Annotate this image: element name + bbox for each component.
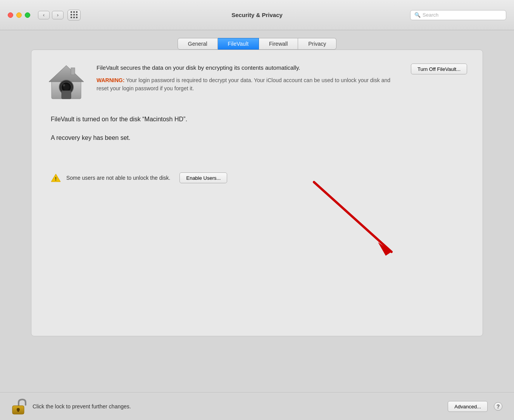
- svg-line-10: [314, 182, 392, 252]
- svg-marker-11: [378, 242, 392, 256]
- filevault-warning: WARNING: Your login password is required…: [97, 76, 400, 93]
- svg-rect-7: [62, 91, 71, 99]
- search-box[interactable]: 🔍 Search: [410, 10, 506, 20]
- window-title: Security & Privacy: [231, 12, 283, 18]
- search-input[interactable]: Search: [423, 12, 502, 18]
- nav-buttons: ‹ ›: [38, 11, 64, 19]
- grid-dots-icon: [71, 11, 78, 19]
- lock-icon[interactable]: [12, 398, 26, 415]
- lock-text: Click the lock to prevent further change…: [33, 403, 442, 410]
- grid-view-button[interactable]: [67, 10, 81, 21]
- content-panel: FileVault secures the data on your disk …: [31, 50, 483, 336]
- svg-rect-14: [17, 410, 19, 412]
- tab-general[interactable]: General: [178, 38, 218, 50]
- enable-users-button[interactable]: Enable Users...: [179, 172, 227, 183]
- close-button[interactable]: [8, 12, 13, 18]
- turn-off-filevault-button[interactable]: Turn Off FileVault...: [411, 64, 467, 74]
- forward-button[interactable]: ›: [52, 11, 64, 19]
- filevault-description: FileVault secures the data on your disk …: [97, 64, 400, 72]
- traffic-lights: [8, 12, 30, 18]
- tab-firewall[interactable]: Firewall: [259, 38, 298, 50]
- svg-rect-2: [71, 68, 75, 75]
- svg-marker-1: [49, 65, 84, 82]
- warning-label: WARNING:: [97, 77, 124, 83]
- titlebar: ‹ › Security & Privacy 🔍 Search: [0, 0, 514, 30]
- filevault-disk-status: FileVault is turned on for the disk “Mac…: [51, 116, 463, 123]
- filevault-icon: [47, 62, 86, 100]
- main-area: General FileVault Firewall Privacy: [0, 30, 514, 344]
- advanced-button[interactable]: Advanced...: [448, 401, 488, 412]
- help-button[interactable]: ?: [494, 402, 502, 411]
- tabs-bar: General FileVault Firewall Privacy: [31, 38, 483, 50]
- warning-text: Your login password is required to decry…: [97, 77, 390, 91]
- filevault-recovery-status: A recovery key has been set.: [51, 134, 463, 141]
- users-warning-text: Some users are not able to unlock the di…: [66, 175, 170, 181]
- bottom-warning-section: ! Some users are not able to unlock the …: [47, 172, 467, 183]
- filevault-text-block: FileVault secures the data on your disk …: [97, 62, 400, 93]
- minimize-button[interactable]: [16, 12, 22, 18]
- maximize-button[interactable]: [25, 12, 30, 18]
- bottom-bar: Click the lock to prevent further change…: [0, 392, 514, 420]
- tab-privacy[interactable]: Privacy: [298, 38, 336, 50]
- svg-point-6: [63, 84, 65, 86]
- back-button[interactable]: ‹: [38, 11, 50, 19]
- svg-text:!: !: [55, 176, 57, 182]
- warning-triangle-icon: !: [51, 173, 61, 182]
- search-icon: 🔍: [414, 12, 421, 18]
- tab-filevault[interactable]: FileVault: [218, 38, 259, 50]
- annotation-arrow: [302, 178, 426, 279]
- filevault-header: FileVault secures the data on your disk …: [47, 62, 467, 100]
- status-section: FileVault is turned on for the disk “Mac…: [47, 116, 467, 141]
